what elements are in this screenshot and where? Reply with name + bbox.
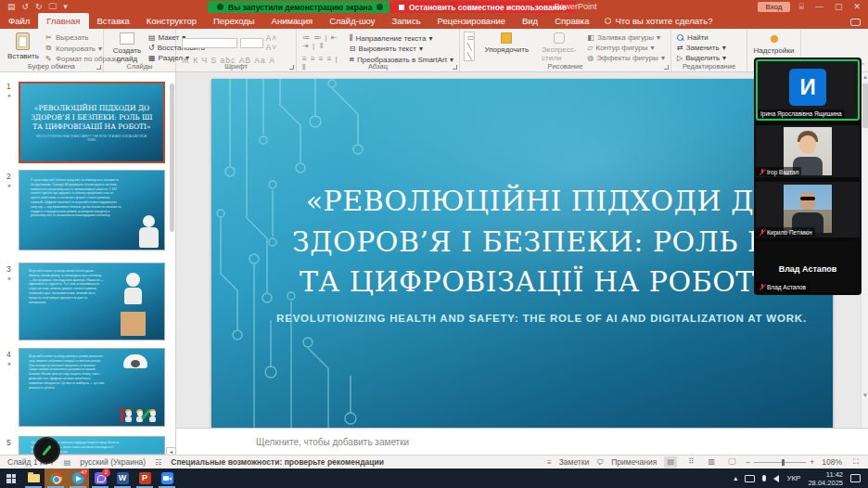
tab-home[interactable]: Главная	[38, 13, 88, 29]
lightbulb-icon	[605, 18, 611, 24]
comments-icon[interactable]	[850, 19, 861, 26]
text-direction-button[interactable]: ⫼ Направление текста ▾	[350, 33, 453, 43]
scrollbar-thumb[interactable]	[862, 83, 868, 128]
shapes-gallery[interactable]: ▭ ╲ ╲ ▭ ○ ▭ △ ⌒ ⌒ ◇ ○ ▽ ☆ ⌒ ⌒ ( ) ☆	[464, 32, 475, 61]
slide-thumbnail-1[interactable]: «РЕВОЛЮЦІЙНІ ПІДХОДИ ДО ЗДОРОВ’Я І БЕЗПЕ…	[19, 82, 165, 163]
shape-outline-button[interactable]: ▱ Контур фигуры ▾	[587, 44, 665, 52]
zoom-slider[interactable]: − +	[746, 457, 814, 467]
redo-icon[interactable]: ↻	[35, 0, 43, 13]
maximize-button[interactable]: ▢	[835, 2, 843, 12]
slide-title[interactable]: «РЕВОЛЮЦІЙНІ ПІДХОДИ ДО ЗДОРОВ’Я І БЕЗПЕ…	[267, 181, 816, 302]
quick-access-toolbar: ▤ ↺ ↻ 🖵 ▾	[0, 0, 68, 13]
action-center-icon[interactable]	[850, 474, 861, 482]
participant-tile-4[interactable]: Влад Астапов Влад Астапов	[756, 242, 860, 292]
language-indicator[interactable]: русский (Украина)	[80, 457, 146, 467]
notes-toggle[interactable]: Заметки	[559, 457, 590, 467]
font-name-combobox[interactable]	[182, 38, 237, 48]
scroll-up-icon[interactable]: ▲	[862, 74, 868, 80]
quick-styles-button[interactable]: Экспресс-стили	[538, 32, 580, 64]
file-explorer-button[interactable]	[22, 469, 45, 488]
tab-slideshow[interactable]: Слайд-шоу	[321, 13, 383, 29]
tab-transitions[interactable]: Переходы	[205, 13, 263, 29]
annotate-icon[interactable]	[217, 4, 223, 10]
tab-view[interactable]: Вид	[514, 13, 546, 29]
font-size-combobox[interactable]	[240, 38, 263, 48]
undo-icon[interactable]: ↺	[22, 0, 30, 13]
addins-button[interactable]: Надстройки	[751, 32, 797, 56]
tab-record[interactable]: Запись	[383, 13, 428, 29]
word-button[interactable]: W	[111, 469, 134, 488]
qat-customize-icon[interactable]: ▾	[63, 0, 68, 13]
stop-share-button[interactable]: Остановить совместное использование	[389, 1, 576, 13]
shape-fill-button[interactable]: ◧ Заливка фигуры ▾	[587, 33, 665, 42]
tab-insert[interactable]: Вставка	[89, 13, 138, 29]
thumbnail-scrollbar[interactable]	[170, 83, 174, 232]
microphone-icon[interactable]	[762, 475, 766, 482]
display-icon[interactable]	[745, 475, 755, 482]
zoom-out-icon[interactable]: −	[746, 457, 750, 467]
new-slide-button[interactable]: Создать слайд	[108, 32, 147, 64]
select-button[interactable]: ▷ Выделить ▾	[677, 54, 741, 62]
worker-figure	[124, 409, 133, 422]
close-button[interactable]: ✕	[853, 2, 861, 12]
arrange-button[interactable]: Упорядочить	[480, 32, 532, 64]
font-dialog-launcher[interactable]	[289, 65, 294, 70]
slide-thumbnail-3[interactable]: Штучний інтелект аналізує великі обсяги …	[19, 263, 165, 340]
slide-thumbnail-2[interactable]: У сучасному світі безпека праці вже не о…	[19, 170, 165, 250]
zoom-percent[interactable]: 108%	[822, 457, 842, 467]
stop-share-label: Остановить совместное использование	[409, 3, 567, 12]
editor-scrollbar[interactable]: ▲ ▼	[861, 72, 868, 428]
replace-button[interactable]: ⇄ Заменить ▾	[677, 44, 741, 52]
start-button[interactable]	[0, 469, 22, 488]
sign-in-button[interactable]: Вход	[758, 2, 789, 12]
viber-button[interactable]: 2	[89, 469, 111, 488]
fit-slide-icon[interactable]: ⛶	[849, 456, 862, 468]
scroll-down-icon[interactable]: ▼	[862, 392, 868, 398]
slide-canvas[interactable]: «РЕВОЛЮЦІЙНІ ПІДХОДИ ДО ЗДОРОВ’Я І БЕЗПЕ…	[211, 79, 833, 428]
start-slideshow-icon[interactable]: 🖵	[49, 0, 57, 13]
reading-view-button[interactable]: ▥	[705, 456, 718, 468]
zoom-slider-thumb[interactable]	[782, 459, 785, 466]
notes-pane[interactable]: ◂ Щелкните, чтобы добавить заметки	[176, 428, 868, 455]
normal-view-button[interactable]: ▤	[664, 456, 677, 468]
accessibility-status[interactable]: Специальные возможности: проверьте реком…	[171, 457, 384, 467]
grow-shrink-font-icons[interactable]: A˄ A˅	[266, 33, 290, 52]
tab-file[interactable]: Файл	[0, 13, 38, 29]
annotation-tool-button[interactable]	[33, 437, 60, 464]
participant-tile-2[interactable]: Ігор Віштал	[756, 125, 860, 177]
speaker-icon[interactable]	[773, 475, 779, 482]
find-button[interactable]: Найти	[677, 33, 741, 42]
participant-tile-3[interactable]: Кирило Петімкін	[756, 182, 860, 238]
paste-button[interactable]: Вставить	[4, 32, 43, 65]
tab-review[interactable]: Рецензирование	[429, 13, 514, 29]
telegram-button[interactable]: 47	[67, 469, 89, 488]
slideshow-view-button[interactable]: 🖵	[725, 456, 738, 468]
list-indent-buttons[interactable]: ≔ ≕ | ⇤ ⇥ | ⇕	[302, 33, 338, 50]
spellcheck-icon[interactable]: ▤	[64, 458, 71, 467]
slide-thumbnail-4[interactable]: Штучний інтелект аналізує ризики в режим…	[19, 348, 165, 427]
tab-animations[interactable]: Анимация	[263, 13, 322, 29]
save-icon[interactable]: ▤	[7, 0, 16, 13]
slide-subtitle[interactable]: REVOLUTIONIZING HEALTH AND SAFETY: THE R…	[267, 313, 816, 324]
clipboard-dialog-launcher[interactable]	[96, 65, 101, 70]
shape-effects-button[interactable]: ◍ Эффекты фигуры ▾	[587, 54, 665, 62]
zoom-app-button[interactable]	[156, 469, 178, 488]
comments-toggle[interactable]: Примечания	[611, 457, 657, 467]
tab-design[interactable]: Конструктор	[138, 13, 205, 29]
tab-help[interactable]: Справка	[546, 13, 597, 29]
tell-me-box[interactable]: Что вы хотите сделать?	[597, 13, 720, 29]
tray-expand-icon[interactable]: ▴	[734, 474, 737, 482]
slide-sorter-view-button[interactable]: ⠿	[684, 456, 697, 468]
participant-tile-1[interactable]: И Ірина Ярославівна Ящишина	[756, 59, 860, 121]
input-language[interactable]: УКР	[786, 474, 800, 482]
paragraph-dialog-launcher[interactable]	[453, 65, 457, 70]
ribbon-display-options-icon[interactable]: ⌸	[799, 2, 804, 12]
clock[interactable]: 11:42 28.04.2025	[808, 470, 843, 487]
zoom-in-icon[interactable]: +	[810, 457, 814, 467]
chrome-button[interactable]	[45, 469, 67, 488]
drawing-dialog-launcher[interactable]	[664, 65, 669, 70]
powerpoint-button[interactable]: P	[134, 469, 156, 488]
minimize-button[interactable]: —	[815, 2, 823, 12]
align-text-button[interactable]: ⊟ Выровнять текст ▾	[350, 45, 453, 53]
zoom-app-icon	[161, 472, 173, 484]
